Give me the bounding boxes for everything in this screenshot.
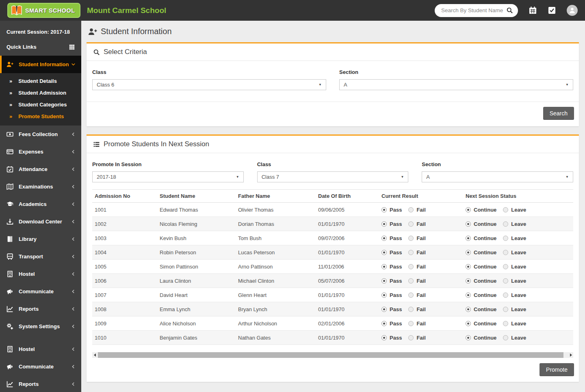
sidebar-item[interactable]: Reports [0,375,81,392]
continue-radio[interactable] [466,307,471,312]
fail-label: Fail [416,249,425,256]
cell-student-name: Benjamin Gates [157,331,236,345]
sidebar-item[interactable]: Communicate [0,283,81,300]
fail-radio[interactable] [408,221,414,227]
fail-radio[interactable] [408,321,414,326]
pass-radio[interactable] [381,292,387,298]
leave-radio[interactable] [503,221,508,227]
continue-radio[interactable] [466,321,471,326]
horizontal-scrollbar[interactable] [92,352,573,358]
leave-radio[interactable] [503,335,508,340]
fail-radio[interactable] [408,236,414,241]
tasks-icon[interactable] [548,6,556,15]
scroll-right-arrow-icon[interactable] [568,352,573,358]
continue-radio[interactable] [466,221,471,227]
calendar-icon[interactable] [529,6,537,15]
promote-class-select[interactable]: Class 7 ▼ [257,171,409,182]
fail-radio[interactable] [408,278,414,284]
continue-radio[interactable] [466,292,471,298]
sidebar-item-student-information[interactable]: Student Information [0,56,81,73]
promote-section-value: A [426,174,430,180]
table-row: 1001 Edward Thomas Olivier Thomas 09/06/… [92,203,573,217]
sidebar-item[interactable]: Communicate [0,358,81,375]
pass-radio[interactable] [381,335,387,340]
cell-student-name: Edward Thomas [157,203,236,217]
fail-radio[interactable] [408,335,414,340]
cell-date-of-birth: 02/01/2006 [316,316,379,331]
scrollbar-thumb[interactable] [98,352,563,358]
leave-radio[interactable] [503,278,508,284]
sidebar-item-label: Library [19,236,71,242]
sidebar-item[interactable]: Library [0,230,81,248]
pass-radio[interactable] [381,321,387,326]
continue-radio[interactable] [466,264,471,269]
search-icon[interactable] [506,7,513,14]
sidebar-item[interactable]: Examinations [0,178,81,195]
col-father-name: Father Name [236,190,316,203]
double-chevron-icon: » [9,90,12,96]
app-logo[interactable]: SMART SCHOOL [0,0,81,21]
sidebar-item[interactable]: Hostel [0,340,81,358]
search-button[interactable]: Search [543,107,574,120]
pass-radio[interactable] [381,278,387,284]
cell-father-name: Bryan Lynch [236,302,316,316]
sidebar-item[interactable]: Fees Collection [0,126,81,143]
pass-radio[interactable] [381,250,387,255]
chevron-down-icon [71,62,76,67]
continue-radio[interactable] [466,236,471,241]
sidebar-item[interactable]: Attendance [0,160,81,178]
pass-radio[interactable] [381,307,387,312]
pass-radio[interactable] [381,221,387,227]
leave-radio[interactable] [503,321,508,326]
leave-radio[interactable] [503,250,508,255]
table-row: 1007 David Heart Glenn Heart 01/01/1970 … [92,288,573,302]
promote-section-select[interactable]: A ▼ [422,171,573,182]
section-select[interactable]: A ▼ [339,79,573,90]
pass-radio[interactable] [381,207,387,212]
sidebar-item[interactable]: Download Center [0,213,81,230]
promote-session-select[interactable]: 2017-18 ▼ [92,171,244,182]
cell-date-of-birth: 01/01/1970 [316,217,379,231]
continue-radio[interactable] [466,207,471,212]
sidebar-item[interactable]: Academics [0,195,81,213]
pass-radio[interactable] [381,236,387,241]
search-input[interactable] [441,7,506,13]
sidebar-item[interactable]: Transport [0,248,81,265]
fail-radio[interactable] [408,292,414,298]
chevron-left-icon [71,184,76,189]
sidebar-subitem[interactable]: » Student Details [0,75,81,87]
scroll-left-arrow-icon[interactable] [92,352,97,358]
section-select-value: A [344,82,347,88]
leave-radio[interactable] [503,292,508,298]
leave-radio[interactable] [503,307,508,312]
continue-radio[interactable] [466,278,471,284]
sidebar-subitem[interactable]: » Student Categories [0,99,81,110]
leave-radio[interactable] [503,236,508,241]
sidebar-item[interactable]: Hostel [0,265,81,283]
sidebar-item[interactable]: Reports [0,300,81,318]
continue-radio[interactable] [466,335,471,340]
fail-radio[interactable] [408,307,414,312]
sidebar-item[interactable]: Expenses [0,143,81,160]
sidebar-subitem[interactable]: » Student Admission [0,87,81,99]
quick-links[interactable]: Quick Links [0,37,81,56]
cell-student-name: Kevin Bush [157,231,236,245]
fail-radio[interactable] [408,250,414,255]
sidebar-item-icon [6,218,13,225]
pass-radio[interactable] [381,264,387,269]
leave-radio[interactable] [503,264,508,269]
sidebar-item[interactable]: System Settings [0,318,81,335]
pass-label: Pass [390,221,402,227]
class-select[interactable]: Class 6 ▼ [92,79,326,90]
fail-radio[interactable] [408,207,414,212]
chevron-left-icon [71,254,76,259]
leave-radio[interactable] [503,207,508,212]
user-avatar[interactable] [567,5,578,16]
cell-date-of-birth: 05/07/2006 [316,274,379,288]
student-search [435,4,518,17]
continue-radio[interactable] [466,250,471,255]
sidebar-subitem[interactable]: » Promote Students [0,110,81,122]
cell-current-result: PassFail [379,288,463,302]
fail-radio[interactable] [408,264,414,269]
promote-button[interactable]: Promote [540,363,574,376]
